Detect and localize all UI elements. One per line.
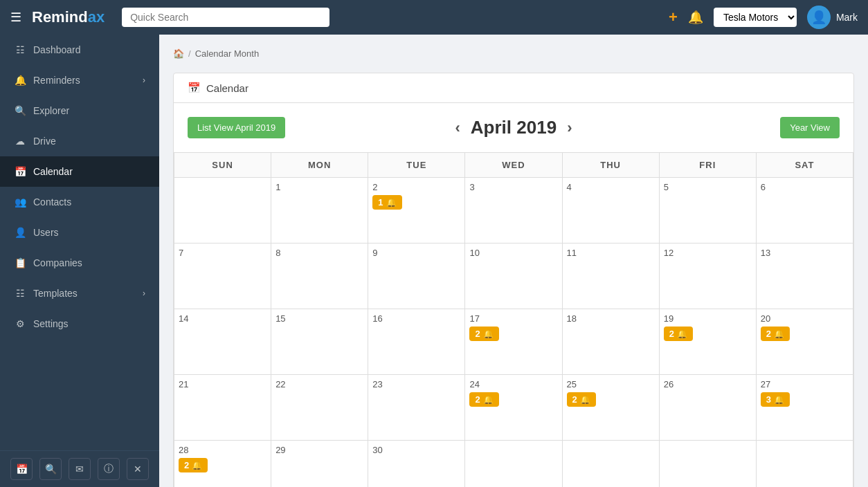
calendar-cell[interactable]: 10 xyxy=(465,244,562,309)
calendar-cell[interactable]: 6 xyxy=(756,178,853,244)
calendar-cell[interactable]: 1 xyxy=(271,178,368,244)
sidebar-item-settings[interactable]: ⚙ Settings xyxy=(0,309,159,339)
day-number: 26 xyxy=(664,379,752,389)
companies-icon: 📋 xyxy=(14,257,26,268)
calendar-cell[interactable]: 202 🔔 xyxy=(756,309,853,375)
calendar-cell[interactable]: 13 xyxy=(756,244,853,309)
day-number: 19 xyxy=(664,313,752,324)
sidebar-item-companies[interactable]: 📋 Companies xyxy=(0,248,159,278)
calendar-cell[interactable]: 16 xyxy=(368,309,465,375)
bottom-info-icon[interactable]: ⓘ xyxy=(98,458,120,480)
bell-icon: 🔔 xyxy=(580,395,590,405)
user-menu[interactable]: 👤 Mark xyxy=(807,6,858,29)
sidebar-item-dashboard[interactable]: ☷ Dashboard xyxy=(0,35,159,65)
calendar-cell[interactable]: 4 xyxy=(562,178,659,244)
sidebar-item-label: Reminders xyxy=(33,75,80,86)
sidebar-item-reminders[interactable]: 🔔 Reminders › xyxy=(0,65,159,95)
search-input[interactable] xyxy=(122,8,329,27)
settings-icon: ⚙ xyxy=(14,318,26,329)
dashboard-icon: ☷ xyxy=(14,44,26,55)
calendar-cell[interactable]: 14 xyxy=(174,309,271,375)
calendar-cell[interactable]: 192 🔔 xyxy=(659,309,756,375)
calendar-cell[interactable]: 29 xyxy=(271,441,368,488)
calendar-cell[interactable]: 21 🔔 xyxy=(368,178,465,244)
event-badge[interactable]: 2 🔔 xyxy=(469,392,498,407)
day-number: 25 xyxy=(567,379,655,389)
calendar-week-row: 78910111213 xyxy=(174,244,853,309)
calendar-cell[interactable]: 21 xyxy=(174,375,271,441)
day-number: 30 xyxy=(372,445,460,455)
chevron-icon: › xyxy=(143,75,145,85)
sidebar-item-drive[interactable]: ☁ Drive xyxy=(0,126,159,156)
calendar-cell[interactable]: 30 xyxy=(368,441,465,488)
sidebar-item-label: Dashboard xyxy=(33,44,81,55)
sidebar-item-contacts[interactable]: 👥 Contacts xyxy=(0,187,159,217)
bottom-close-icon[interactable]: ✕ xyxy=(127,458,149,480)
main-content: 🏠 / Calendar Month 📅 Calendar List View … xyxy=(159,35,868,487)
day-number: 24 xyxy=(469,379,557,389)
bottom-calendar-icon[interactable]: 📅 xyxy=(10,458,33,480)
notifications-icon[interactable]: 🔔 xyxy=(688,10,703,25)
home-icon[interactable]: 🏠 xyxy=(173,48,184,59)
bottom-search-icon[interactable]: 🔍 xyxy=(39,458,62,480)
calendar-cell[interactable]: 18 xyxy=(562,309,659,375)
calendar-cell[interactable] xyxy=(659,441,756,488)
sidebar-item-calendar[interactable]: 📅 Calendar xyxy=(0,156,159,187)
calendar-cell[interactable]: 5 xyxy=(659,178,756,244)
bottom-mail-icon[interactable]: ✉ xyxy=(69,458,91,480)
event-badge[interactable]: 2 🔔 xyxy=(567,392,596,407)
calendar-cell[interactable]: 11 xyxy=(562,244,659,309)
calendar-cell[interactable] xyxy=(756,441,853,488)
sidebar-item-users[interactable]: 👤 Users xyxy=(0,217,159,248)
year-view-button[interactable]: Year View xyxy=(780,117,840,138)
add-button[interactable]: + xyxy=(669,8,678,26)
calendar-cell[interactable]: 8 xyxy=(271,244,368,309)
calendar-week-row: 282 🔔2930 xyxy=(174,441,853,488)
day-number: 1 xyxy=(275,182,363,192)
calendar-cell[interactable] xyxy=(465,441,562,488)
event-badge[interactable]: 2 🔔 xyxy=(179,458,208,472)
day-number: 10 xyxy=(469,248,557,258)
sidebar-item-explorer[interactable]: 🔍 Explorer xyxy=(0,95,159,126)
breadcrumb: 🏠 / Calendar Month xyxy=(173,48,854,59)
calendar-week-row: 212223242 🔔252 🔔26273 🔔 xyxy=(174,375,853,441)
calendar-cell[interactable]: 23 xyxy=(368,375,465,441)
company-select[interactable]: Tesla Motors xyxy=(714,8,797,27)
drive-icon: ☁ xyxy=(14,136,26,147)
event-badge[interactable]: 2 🔔 xyxy=(664,327,693,341)
sidebar-item-label: Explorer xyxy=(33,105,69,116)
calendar-cell[interactable]: 7 xyxy=(174,244,271,309)
menu-hamburger-icon[interactable]: ☰ xyxy=(10,10,21,25)
day-number: 9 xyxy=(372,248,460,258)
calendar-cell[interactable]: 26 xyxy=(659,375,756,441)
day-number: 7 xyxy=(179,248,266,258)
prev-month-button[interactable]: ‹ xyxy=(445,119,471,137)
calendar-cell[interactable]: 12 xyxy=(659,244,756,309)
sidebar-item-label: Templates xyxy=(33,288,78,299)
calendar-cell[interactable]: 3 xyxy=(465,178,562,244)
calendar-cell[interactable]: 9 xyxy=(368,244,465,309)
event-badge[interactable]: 1 🔔 xyxy=(372,195,401,210)
calendar-cell[interactable] xyxy=(174,178,271,244)
sidebar-item-templates[interactable]: ☷ Templates › xyxy=(0,278,159,309)
calendar-cell[interactable] xyxy=(562,441,659,488)
event-badge[interactable]: 2 🔔 xyxy=(761,327,790,341)
calendar-cell[interactable]: 273 🔔 xyxy=(756,375,853,441)
event-badge[interactable]: 3 🔔 xyxy=(761,392,790,407)
calendar-cell[interactable]: 172 🔔 xyxy=(465,309,562,375)
bell-icon: 🔔 xyxy=(774,329,784,339)
sidebar-item-label: Drive xyxy=(33,136,56,147)
next-month-button[interactable]: › xyxy=(557,119,582,137)
calendar-week-row: 121 🔔3456 xyxy=(174,178,853,244)
sidebar-item-label: Companies xyxy=(33,257,82,268)
calendar-cell[interactable]: 242 🔔 xyxy=(465,375,562,441)
calendar-cell[interactable]: 22 xyxy=(271,375,368,441)
calendar-cell[interactable]: 15 xyxy=(271,309,368,375)
calendar-grid: SUNMONTUEWEDTHUFRISAT 121 🔔3456789101112… xyxy=(174,152,853,487)
breadcrumb-current: Calendar Month xyxy=(195,48,260,59)
event-badge[interactable]: 2 🔔 xyxy=(469,327,498,341)
day-number: 11 xyxy=(567,248,655,258)
calendar-cell[interactable]: 252 🔔 xyxy=(562,375,659,441)
list-view-button[interactable]: List View April 2019 xyxy=(188,117,285,138)
calendar-cell[interactable]: 282 🔔 xyxy=(174,441,271,488)
